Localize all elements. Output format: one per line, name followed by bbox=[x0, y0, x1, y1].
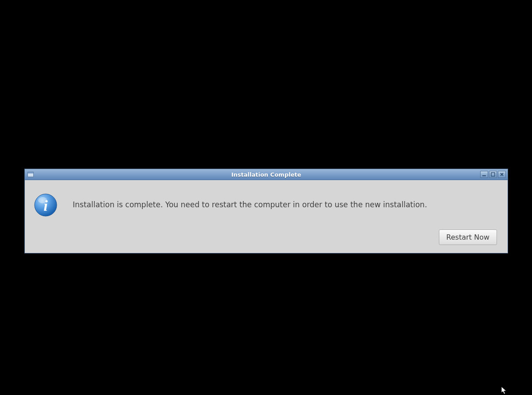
close-icon bbox=[500, 172, 504, 177]
minimize-button[interactable] bbox=[480, 171, 488, 178]
window-controls bbox=[480, 171, 506, 178]
dialog-title: Installation Complete bbox=[25, 171, 508, 178]
mouse-cursor-icon bbox=[501, 386, 507, 395]
dialog-content: i Installation is complete. You need to … bbox=[25, 180, 508, 253]
window-menu-icon[interactable] bbox=[27, 171, 34, 178]
maximize-button[interactable] bbox=[489, 171, 497, 178]
minimize-icon bbox=[482, 172, 486, 177]
button-row: Restart Now bbox=[34, 229, 497, 245]
svg-text:i: i bbox=[43, 198, 48, 214]
message-row: i Installation is complete. You need to … bbox=[34, 193, 497, 217]
installation-complete-dialog: Installation Complete bbox=[24, 169, 508, 253]
svg-rect-0 bbox=[482, 175, 486, 176]
info-icon: i bbox=[34, 193, 58, 217]
dialog-titlebar[interactable]: Installation Complete bbox=[25, 169, 508, 180]
maximize-icon bbox=[491, 172, 495, 177]
svg-rect-1 bbox=[491, 173, 495, 176]
restart-now-button[interactable]: Restart Now bbox=[439, 229, 497, 245]
close-button[interactable] bbox=[498, 171, 506, 178]
dialog-message: Installation is complete. You need to re… bbox=[73, 200, 427, 210]
